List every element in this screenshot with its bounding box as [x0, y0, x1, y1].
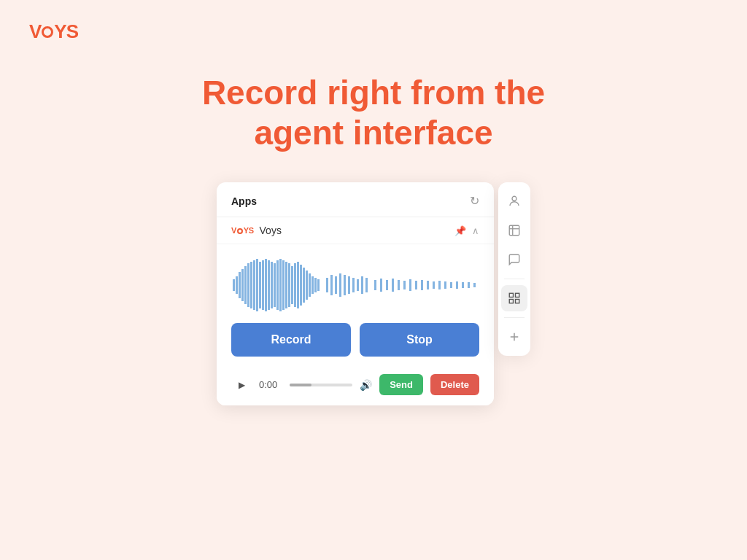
- svg-rect-12: [268, 260, 270, 310]
- send-button[interactable]: Send: [379, 374, 423, 395]
- svg-rect-23: [300, 265, 302, 306]
- headline-line2: agent interface: [202, 113, 545, 153]
- svg-rect-29: [317, 279, 320, 291]
- logo-o-icon: [42, 26, 53, 38]
- svg-rect-49: [427, 281, 429, 289]
- svg-rect-8: [256, 259, 258, 311]
- time-display: 0:00: [259, 379, 282, 390]
- svg-rect-48: [421, 280, 423, 290]
- volume-icon[interactable]: 🔊: [360, 379, 372, 391]
- svg-rect-65: [516, 300, 519, 303]
- ui-demo: Apps ↻ VYS Voys 📌 ∧: [217, 182, 530, 405]
- stop-button[interactable]: Stop: [360, 323, 479, 357]
- svg-rect-51: [438, 281, 441, 289]
- svg-rect-3: [241, 269, 244, 301]
- svg-rect-33: [339, 273, 341, 297]
- svg-rect-43: [392, 279, 394, 292]
- app-name: Voys: [260, 225, 282, 236]
- svg-rect-17: [282, 260, 285, 310]
- sidebar-grid-icon[interactable]: [501, 285, 527, 311]
- svg-rect-34: [344, 275, 346, 295]
- svg-rect-45: [403, 281, 406, 289]
- svg-rect-5: [247, 263, 249, 307]
- svg-rect-11: [265, 259, 267, 311]
- refresh-icon[interactable]: ↻: [470, 194, 479, 208]
- svg-rect-13: [271, 262, 273, 308]
- svg-rect-53: [450, 282, 452, 288]
- apps-card: Apps ↻ VYS Voys 📌 ∧: [217, 182, 494, 405]
- svg-rect-21: [294, 263, 296, 307]
- svg-point-58: [512, 197, 516, 201]
- sidebar-add-icon[interactable]: [501, 324, 527, 350]
- svg-rect-40: [374, 280, 376, 290]
- svg-rect-2: [239, 272, 241, 298]
- svg-rect-59: [509, 226, 519, 236]
- progress-track[interactable]: [290, 384, 352, 386]
- svg-rect-38: [361, 276, 363, 294]
- svg-rect-15: [276, 260, 279, 310]
- svg-rect-50: [433, 281, 435, 289]
- svg-rect-62: [509, 294, 513, 298]
- svg-rect-19: [288, 263, 290, 307]
- svg-rect-6: [250, 262, 252, 308]
- record-button[interactable]: Record: [231, 323, 351, 357]
- svg-rect-36: [352, 278, 355, 292]
- sidebar-person-icon[interactable]: [501, 188, 527, 214]
- svg-rect-52: [444, 281, 446, 289]
- svg-rect-22: [297, 262, 299, 308]
- svg-rect-7: [253, 260, 255, 310]
- sidebar-book-icon[interactable]: [501, 217, 527, 244]
- card-header: Apps ↻: [217, 182, 494, 217]
- delete-button[interactable]: Delete: [430, 374, 479, 395]
- svg-rect-4: [244, 266, 247, 304]
- logo: V YS: [29, 20, 78, 43]
- apps-title: Apps: [231, 195, 257, 207]
- svg-rect-42: [386, 280, 388, 290]
- waveform: [231, 256, 479, 314]
- svg-rect-47: [415, 281, 417, 289]
- voys-mini-logo: VYS: [231, 226, 254, 235]
- playback-bar: ▶ 0:00 🔊 Send Delete: [217, 367, 494, 405]
- svg-rect-20: [291, 266, 293, 304]
- progress-fill: [290, 384, 311, 386]
- svg-rect-14: [274, 263, 276, 307]
- sidebar-divider: [504, 279, 525, 279]
- svg-rect-37: [357, 279, 359, 291]
- collapse-icon[interactable]: ∧: [472, 225, 479, 236]
- svg-rect-18: [285, 262, 287, 308]
- svg-rect-55: [462, 282, 464, 288]
- svg-rect-56: [468, 282, 470, 288]
- pin-icon[interactable]: 📌: [454, 225, 466, 236]
- svg-rect-46: [409, 279, 411, 291]
- svg-rect-30: [326, 278, 328, 292]
- logo-text-ys: YS: [54, 20, 78, 43]
- app-row-left: VYS Voys: [231, 225, 282, 236]
- svg-rect-1: [236, 276, 238, 294]
- app-row-right: 📌 ∧: [454, 225, 479, 236]
- svg-rect-16: [279, 259, 282, 311]
- action-buttons: Record Stop: [217, 323, 494, 367]
- svg-rect-24: [303, 268, 305, 303]
- svg-rect-64: [509, 300, 513, 303]
- svg-rect-54: [456, 281, 458, 289]
- sidebar-chat-icon[interactable]: [501, 246, 527, 273]
- svg-rect-26: [309, 273, 311, 297]
- svg-rect-35: [348, 276, 350, 294]
- svg-rect-0: [233, 279, 235, 291]
- sidebar: [498, 182, 530, 356]
- svg-rect-31: [330, 275, 333, 295]
- logo-text: V: [29, 20, 41, 43]
- headline: Record right from the agent interface: [202, 73, 545, 153]
- svg-rect-27: [311, 276, 314, 294]
- svg-rect-28: [314, 278, 317, 292]
- svg-rect-25: [306, 271, 308, 300]
- svg-rect-63: [516, 294, 519, 298]
- svg-rect-57: [473, 283, 476, 287]
- svg-rect-32: [335, 276, 337, 294]
- svg-rect-41: [380, 279, 382, 292]
- voys-app-row: VYS Voys 📌 ∧: [217, 217, 494, 244]
- headline-line1: Record right from the: [202, 73, 545, 113]
- waveform-container: [217, 244, 494, 323]
- play-button[interactable]: ▶: [231, 375, 252, 395]
- svg-rect-44: [398, 280, 400, 290]
